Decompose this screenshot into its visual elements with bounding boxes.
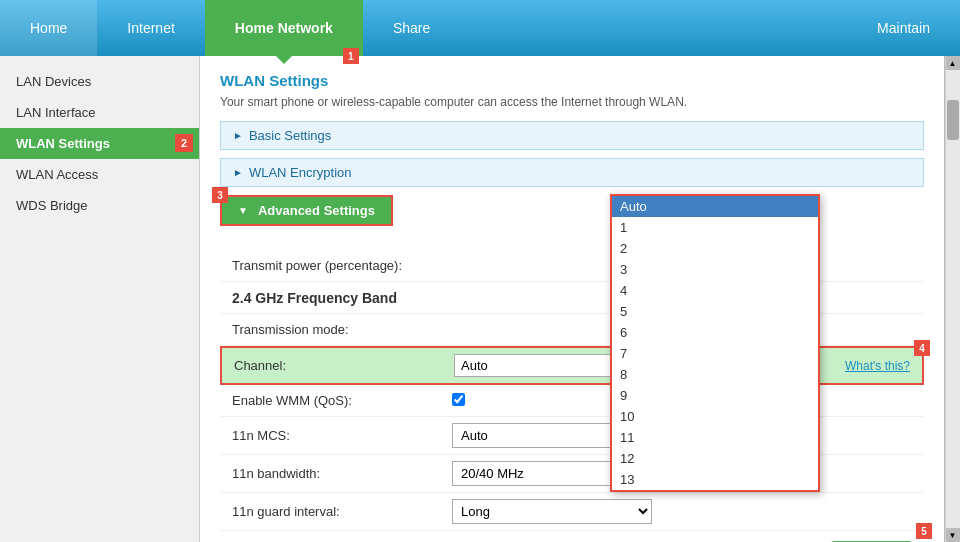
sidebar-badge-2: 2: [175, 134, 193, 152]
basic-settings-arrow: ►: [233, 130, 243, 141]
guard-interval-select[interactable]: Long Short Auto: [452, 499, 652, 524]
sidebar-item-lan-interface[interactable]: LAN Interface: [0, 97, 199, 128]
scrollbar[interactable]: ▲ ▼: [944, 56, 960, 542]
guard-interval-row: 11n guard interval: Long Short Auto: [220, 493, 924, 531]
transmit-power-label: Transmit power (percentage):: [232, 258, 452, 273]
wlan-encryption-section: ► WLAN Encryption Auto 1 2 3 4 5 6 7 8 9…: [220, 158, 924, 187]
channel-option-6[interactable]: 6: [612, 322, 818, 343]
channel-option-12[interactable]: 12: [612, 448, 818, 469]
channel-option-auto[interactable]: Auto: [612, 196, 818, 217]
whats-this-link[interactable]: What's this?: [845, 359, 910, 373]
top-navigation: Home Internet Home Network 1 Share Maint…: [0, 0, 960, 56]
channel-option-4[interactable]: 4: [612, 280, 818, 301]
guard-interval-label: 11n guard interval:: [232, 504, 452, 519]
channel-dropdown-open[interactable]: Auto 1 2 3 4 5 6 7 8 9 10 11 12 13: [610, 194, 820, 492]
nav-share[interactable]: Share: [363, 0, 460, 56]
wlan-encryption-header[interactable]: ► WLAN Encryption: [220, 158, 924, 187]
freq-band-label: 2.4 GHz Frequency Band: [232, 290, 452, 306]
sidebar-item-lan-devices[interactable]: LAN Devices: [0, 66, 199, 97]
channel-input[interactable]: [455, 355, 635, 376]
channel-option-1[interactable]: 1: [612, 217, 818, 238]
scroll-up-button[interactable]: ▲: [946, 56, 960, 70]
scroll-down-button[interactable]: ▼: [946, 528, 960, 542]
bandwidth-label: 11n bandwidth:: [232, 466, 452, 481]
advanced-settings-header[interactable]: ▼ Advanced Settings: [220, 195, 393, 226]
scroll-track: [946, 70, 960, 528]
transmission-mode-label: Transmission mode:: [232, 322, 452, 337]
nav-badge-1: 1: [343, 48, 359, 64]
nav-home-network[interactable]: Home Network 1: [205, 0, 363, 56]
nav-internet[interactable]: Internet: [97, 0, 204, 56]
page-description: Your smart phone or wireless-capable com…: [220, 95, 924, 109]
channel-option-10[interactable]: 10: [612, 406, 818, 427]
badge-5: 5: [916, 523, 932, 539]
channel-option-9[interactable]: 9: [612, 385, 818, 406]
channel-option-2[interactable]: 2: [612, 238, 818, 259]
channel-option-5[interactable]: 5: [612, 301, 818, 322]
sidebar-item-wds-bridge[interactable]: WDS Bridge: [0, 190, 199, 221]
enable-wmm-label: Enable WMM (QoS):: [232, 393, 452, 408]
guard-interval-value: Long Short Auto: [452, 499, 912, 524]
channel-option-13[interactable]: 13: [612, 469, 818, 490]
sidebar-item-wlan-access[interactable]: WLAN Access: [0, 159, 199, 190]
page-title: WLAN Settings: [220, 72, 924, 89]
badge-4: 4: [914, 340, 930, 356]
channel-label: Channel:: [234, 358, 454, 373]
wlan-encryption-arrow: ►: [233, 167, 243, 178]
nav-home[interactable]: Home: [0, 0, 97, 56]
badge-3: 3: [212, 187, 228, 203]
main-layout: LAN Devices LAN Interface WLAN Settings …: [0, 56, 960, 542]
sidebar: LAN Devices LAN Interface WLAN Settings …: [0, 56, 200, 542]
advanced-settings-arrow: ▼: [238, 205, 248, 216]
channel-option-3[interactable]: 3: [612, 259, 818, 280]
channel-option-8[interactable]: 8: [612, 364, 818, 385]
channel-option-7[interactable]: 7: [612, 343, 818, 364]
enable-wmm-checkbox[interactable]: [452, 393, 465, 406]
scroll-thumb[interactable]: [947, 100, 959, 140]
main-content: WLAN Settings Your smart phone or wirele…: [200, 56, 944, 542]
nav-maintain[interactable]: Maintain: [847, 0, 960, 56]
basic-settings-header[interactable]: ► Basic Settings: [220, 121, 924, 150]
channel-option-11[interactable]: 11: [612, 427, 818, 448]
mcs-label: 11n MCS:: [232, 428, 452, 443]
save-button-row: Save 5: [220, 531, 924, 542]
sidebar-item-wlan-settings[interactable]: WLAN Settings 2: [0, 128, 199, 159]
